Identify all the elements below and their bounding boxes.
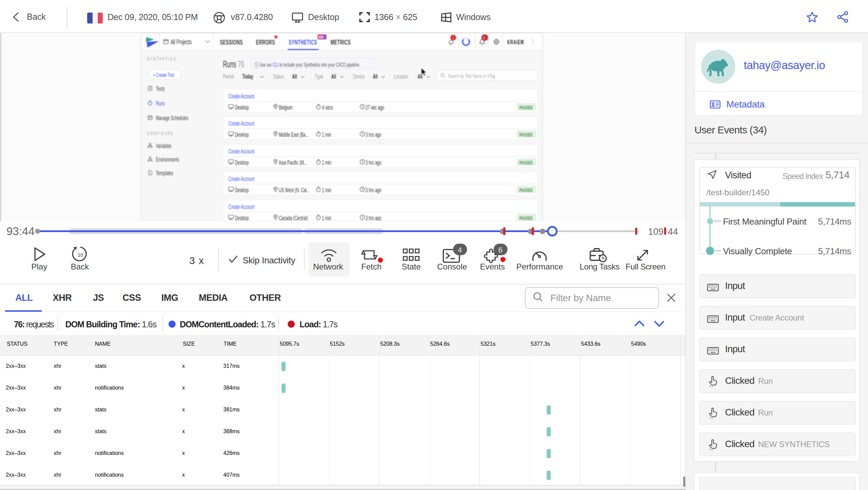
svg-text:10: 10 bbox=[78, 252, 83, 258]
